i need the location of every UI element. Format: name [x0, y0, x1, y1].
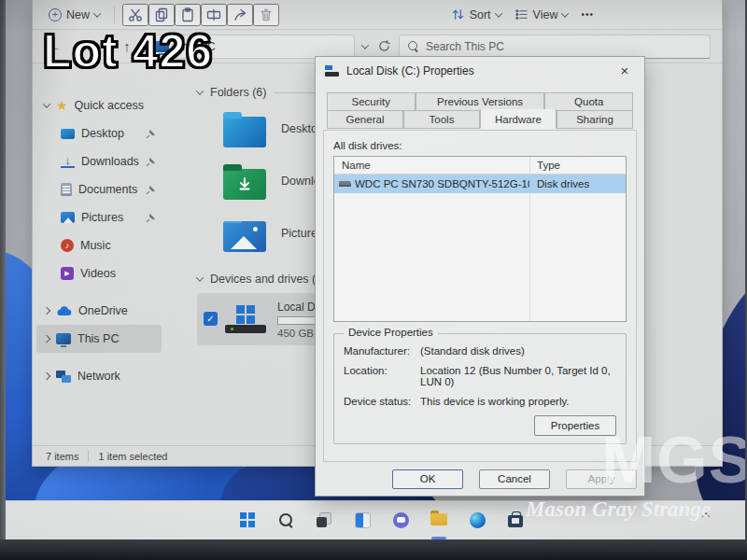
sidebar-item-network[interactable]: Network: [36, 362, 162, 390]
paste-button[interactable]: [175, 4, 201, 26]
desktop-icon: [61, 129, 75, 139]
start-button[interactable]: [233, 506, 261, 534]
copy-icon: [154, 7, 169, 22]
ssd-bar-icon: [225, 325, 266, 333]
ok-button[interactable]: OK: [392, 469, 463, 489]
task-view-button[interactable]: [310, 506, 338, 534]
pin-icon: [146, 157, 156, 167]
sidebar-item-this-pc[interactable]: This PC: [36, 325, 162, 353]
sidebar-item-label: Quick access: [75, 99, 156, 112]
tab-previous-versions[interactable]: Previous Versions: [416, 92, 545, 111]
share-button[interactable]: [227, 4, 253, 26]
folder-icon: [430, 513, 447, 526]
new-button[interactable]: + New: [42, 5, 106, 25]
view-icon: [514, 7, 529, 21]
network-icon: [56, 371, 71, 383]
documents-icon: [61, 183, 72, 196]
tab-general[interactable]: General: [327, 111, 403, 129]
view-button[interactable]: View: [508, 4, 575, 25]
refresh-icon[interactable]: [377, 39, 391, 53]
sidebar-item-onedrive[interactable]: OneDrive: [36, 297, 162, 325]
all-disk-drives-label: All disk drives:: [333, 140, 627, 151]
folders-header-label: Folders (6): [210, 86, 266, 99]
device-status-value: This device is working properly.: [420, 396, 616, 407]
sidebar-item-label: Network: [78, 370, 156, 383]
search-icon: [408, 41, 419, 52]
tab-tools[interactable]: Tools: [403, 111, 480, 129]
rename-button[interactable]: [201, 4, 227, 26]
desktop-folder-icon: [223, 117, 266, 147]
sidebar-item-downloads[interactable]: ↓ Downloads: [36, 147, 162, 175]
cut-button[interactable]: [122, 4, 148, 26]
drive-list-row[interactable]: WDC PC SN730 SDBQNTY-512G-1001 Disk driv…: [334, 175, 626, 193]
widgets-button[interactable]: [348, 506, 376, 534]
sidebar-item-label: Downloads: [81, 155, 139, 168]
device-status-label: Device status:: [344, 396, 420, 407]
windows-logo-icon: [240, 512, 255, 527]
taskbar-search-button[interactable]: [272, 506, 300, 534]
disk-drives-list[interactable]: Name Type WDC PC SN730 SDBQNTY-512G-1001…: [333, 156, 627, 322]
disk-icon: [325, 65, 339, 77]
sidebar-item-label: Desktop: [81, 127, 139, 140]
column-header-type[interactable]: Type: [529, 160, 626, 171]
chevron-right-icon[interactable]: [43, 307, 50, 315]
onedrive-cloud-icon: [56, 305, 72, 316]
sidebar-item-label: Videos: [80, 267, 156, 280]
tab-hardware[interactable]: Hardware: [480, 109, 557, 129]
apply-button[interactable]: Apply: [566, 469, 637, 489]
dialog-title-bar[interactable]: Local Disk (C:) Properties ×: [316, 57, 644, 85]
tab-security[interactable]: Security: [327, 92, 416, 111]
close-icon[interactable]: ×: [614, 61, 635, 81]
dialog-buttons: OK Cancel Apply: [392, 469, 637, 489]
chevron-right-icon[interactable]: [43, 372, 50, 380]
sidebar-item-label: This PC: [78, 332, 156, 345]
address-dropdown-chevron-icon[interactable]: [361, 41, 369, 49]
copy-button[interactable]: [148, 4, 175, 26]
pictures-folder-icon: [223, 221, 266, 252]
more-options-button[interactable]: •••: [574, 6, 600, 23]
pin-icon: [146, 213, 156, 223]
taskbar: [6, 500, 745, 539]
sidebar-item-quick-access[interactable]: ★ Quick access: [36, 91, 162, 119]
sidebar-item-label: OneDrive: [78, 304, 156, 317]
downloads-icon: ↓: [61, 155, 75, 168]
device-properties-button[interactable]: Properties: [534, 415, 616, 436]
sidebar-item-desktop[interactable]: Desktop: [36, 119, 162, 147]
edge-icon: [470, 512, 486, 528]
laptop-bezel: [0, 539, 747, 560]
mountain-shape: [231, 236, 257, 249]
device-properties-group: Device Properties Manufacturer: (Standar…: [333, 333, 627, 444]
search-input[interactable]: [426, 40, 701, 53]
sidebar-item-music[interactable]: ♪ Music: [36, 231, 162, 259]
sidebar-item-pictures[interactable]: Pictures: [36, 203, 162, 231]
videos-icon: ▶: [61, 267, 74, 280]
selection-count: 1 item selected: [98, 451, 167, 462]
tab-sharing[interactable]: Sharing: [557, 111, 633, 129]
store-button[interactable]: [501, 506, 529, 534]
sort-button[interactable]: Sort: [444, 4, 508, 25]
checkbox-checked-icon[interactable]: ✓: [204, 312, 218, 326]
sidebar-item-videos[interactable]: ▶ Videos: [36, 259, 162, 287]
search-box[interactable]: [399, 35, 711, 59]
tab-quota[interactable]: Quota: [544, 92, 633, 111]
chevron-down-icon: [494, 9, 501, 17]
chat-button[interactable]: [387, 506, 415, 534]
column-header-name[interactable]: Name: [334, 160, 529, 171]
sidebar-item-documents[interactable]: Documents: [36, 175, 162, 203]
this-pc-icon: [56, 333, 71, 344]
file-explorer-button[interactable]: [425, 506, 453, 534]
chat-icon: [393, 512, 409, 528]
windows-logo-icon: [236, 305, 255, 324]
delete-button[interactable]: [253, 4, 279, 26]
devices-header-label: Devices and drives (1): [210, 273, 326, 286]
lot-number-overlay: Lot 426: [43, 24, 213, 78]
edge-button[interactable]: [463, 506, 491, 534]
chevron-down-icon[interactable]: [43, 100, 50, 107]
search-icon: [279, 513, 293, 527]
properties-dialog: Local Disk (C:) Properties × Security Pr…: [315, 56, 645, 497]
cancel-button[interactable]: Cancel: [479, 469, 550, 489]
plus-icon: +: [49, 8, 62, 21]
chevron-right-icon[interactable]: [43, 335, 50, 343]
task-view-icon: [317, 512, 331, 527]
show-hidden-icons-chevron[interactable]: [702, 512, 710, 520]
